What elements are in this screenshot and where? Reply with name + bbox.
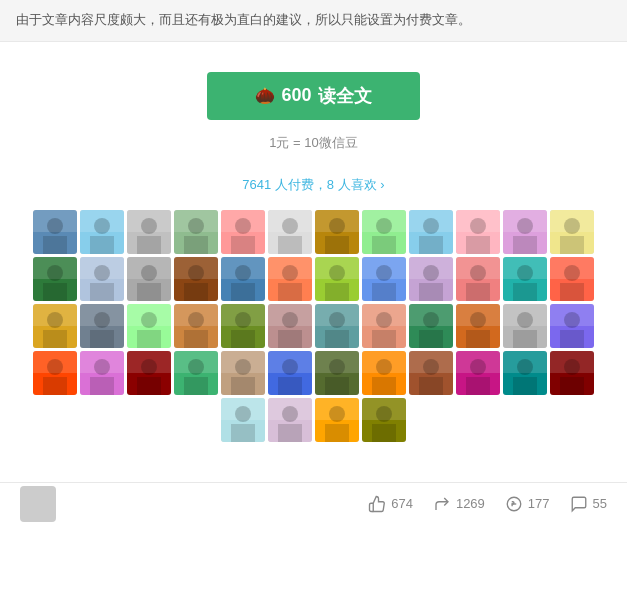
- list-item[interactable]: [221, 210, 265, 254]
- list-item[interactable]: [409, 257, 453, 301]
- list-item[interactable]: [33, 257, 77, 301]
- list-item[interactable]: [221, 351, 265, 395]
- list-item[interactable]: [221, 257, 265, 301]
- bottom-avatar: [20, 486, 56, 522]
- list-item[interactable]: [550, 351, 594, 395]
- list-item[interactable]: [503, 210, 547, 254]
- list-item[interactable]: [127, 304, 171, 348]
- coin-icon: 🌰: [255, 86, 275, 105]
- list-item[interactable]: [315, 398, 359, 442]
- list-item[interactable]: [550, 257, 594, 301]
- notice-text: 由于文章内容尺度颇大，而且还有极为直白的建议，所以只能设置为付费文章。: [16, 12, 471, 27]
- list-item[interactable]: [456, 257, 500, 301]
- reward-action[interactable]: 177: [505, 495, 550, 513]
- list-item[interactable]: [456, 210, 500, 254]
- list-item[interactable]: [362, 304, 406, 348]
- share-count: 1269: [456, 496, 485, 511]
- list-item[interactable]: [456, 304, 500, 348]
- list-item[interactable]: [127, 351, 171, 395]
- list-item[interactable]: [550, 304, 594, 348]
- list-item[interactable]: [80, 304, 124, 348]
- list-item[interactable]: [409, 210, 453, 254]
- pay-button[interactable]: 🌰 600 读全文: [207, 72, 419, 120]
- list-item[interactable]: [33, 351, 77, 395]
- list-item[interactable]: [33, 304, 77, 348]
- list-item[interactable]: [503, 304, 547, 348]
- reward-count: 177: [528, 496, 550, 511]
- list-item[interactable]: [174, 257, 218, 301]
- list-item[interactable]: [362, 398, 406, 442]
- like-action[interactable]: 674: [368, 495, 413, 513]
- list-item[interactable]: [268, 210, 312, 254]
- pay-label: 读全文: [318, 84, 372, 108]
- list-item[interactable]: [409, 304, 453, 348]
- avatar-grid: [24, 210, 604, 442]
- list-item[interactable]: [268, 304, 312, 348]
- list-item[interactable]: [503, 257, 547, 301]
- list-item[interactable]: [315, 210, 359, 254]
- list-item[interactable]: [268, 257, 312, 301]
- list-item[interactable]: [315, 351, 359, 395]
- list-item[interactable]: [315, 257, 359, 301]
- list-item[interactable]: [268, 351, 312, 395]
- comment-count: 55: [593, 496, 607, 511]
- list-item[interactable]: [221, 398, 265, 442]
- pay-count[interactable]: 7641 人付费，8 人喜欢 ›: [242, 176, 384, 194]
- list-item[interactable]: [550, 210, 594, 254]
- comment-action[interactable]: 55: [570, 495, 607, 513]
- list-item[interactable]: [362, 257, 406, 301]
- bottom-bar: 674 1269 177 55: [0, 482, 627, 525]
- list-item[interactable]: [362, 351, 406, 395]
- top-notice: 由于文章内容尺度颇大，而且还有极为直白的建议，所以只能设置为付费文章。: [0, 0, 627, 42]
- list-item[interactable]: [80, 351, 124, 395]
- main-content: 🌰 600 读全文 1元 = 10微信豆 7641 人付费，8 人喜欢 ›: [0, 42, 627, 482]
- list-item[interactable]: [268, 398, 312, 442]
- list-item[interactable]: [33, 210, 77, 254]
- list-item[interactable]: [315, 304, 359, 348]
- list-item[interactable]: [362, 210, 406, 254]
- list-item[interactable]: [127, 257, 171, 301]
- pay-price: 600: [281, 85, 311, 106]
- like-count: 674: [391, 496, 413, 511]
- list-item[interactable]: [127, 210, 171, 254]
- share-action[interactable]: 1269: [433, 495, 485, 513]
- list-item[interactable]: [174, 304, 218, 348]
- list-item[interactable]: [456, 351, 500, 395]
- exchange-rate: 1元 = 10微信豆: [269, 134, 358, 152]
- list-item[interactable]: [80, 210, 124, 254]
- list-item[interactable]: [409, 351, 453, 395]
- list-item[interactable]: [174, 210, 218, 254]
- list-item[interactable]: [174, 351, 218, 395]
- list-item[interactable]: [221, 304, 265, 348]
- list-item[interactable]: [503, 351, 547, 395]
- list-item[interactable]: [80, 257, 124, 301]
